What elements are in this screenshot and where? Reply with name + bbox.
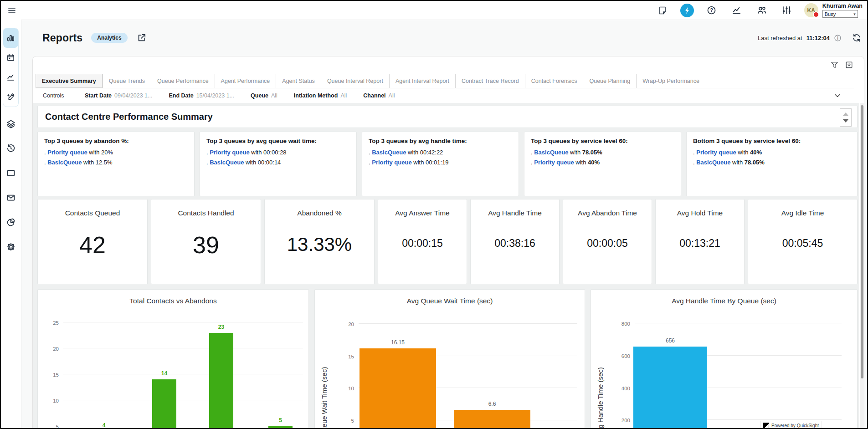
scrollbar-thumb[interactable] [861, 105, 863, 378]
insight-line: . BasicQueue with 00:42:22 [369, 149, 512, 156]
filter-button[interactable] [830, 61, 839, 70]
insight-value: 40% [750, 149, 762, 156]
vertical-scrollbar[interactable] [860, 103, 864, 429]
insight-value: 78.05% [582, 149, 602, 156]
queue-link[interactable]: BasicQueue [47, 159, 82, 166]
user-name: Khurram Awan [822, 3, 863, 9]
hamburger-menu-button[interactable] [7, 5, 17, 15]
chart-total-contacts-vs-abandons: Total Contacts vs Abandons51015202541432… [37, 289, 309, 429]
flash-icon [683, 6, 691, 15]
control-label: Start Date [85, 92, 112, 99]
avatar[interactable]: KA [804, 3, 818, 17]
powered-by-quicksight-badge[interactable]: Powered by QuickSight [760, 421, 822, 429]
control-intiation-method[interactable]: Intiation MethodAll [294, 92, 347, 99]
bar[interactable] [209, 333, 233, 429]
tab-queue-planning[interactable]: Queue Planning [583, 74, 636, 88]
queue-link[interactable]: BasicQueue [696, 159, 730, 166]
bar[interactable] [152, 379, 176, 429]
status-select[interactable]: Busy ▾ [822, 10, 858, 18]
spinner-down-icon[interactable] [843, 119, 848, 123]
tab-executive-summary[interactable]: Executive Summary [36, 74, 103, 88]
control-end-date[interactable]: End Date15/04/2023 1... [169, 92, 234, 99]
insight-heading: Top 3 queues by service level 60: [531, 138, 674, 144]
sidebar-item-history[interactable] [3, 141, 19, 156]
chart-plot: 510152016.156.6Queue Wait Time (sec) [315, 290, 585, 429]
insight-card: Top 3 queues by avg handle time:. BasicQ… [362, 132, 519, 196]
insight-value: 12.5% [96, 159, 113, 166]
tab-queue-performance[interactable]: Queue Performance [151, 74, 215, 88]
sidebar-item-pie-reports[interactable] [3, 214, 19, 230]
info-button[interactable]: i [834, 34, 842, 42]
control-queue[interactable]: QueueAll [251, 92, 277, 99]
bar-value-label: 4 [103, 422, 106, 429]
tab-contract-trace-record[interactable]: Contract Trace Record [455, 74, 525, 88]
insight-conjunction: with [412, 159, 426, 166]
control-label: End Date [169, 92, 193, 99]
gridline [63, 426, 303, 426]
sidebar-item-layers[interactable] [3, 116, 19, 132]
tab-contact-forensics[interactable]: Contact Forensics [525, 74, 583, 88]
controls-collapse-button[interactable] [834, 92, 841, 99]
queue-link[interactable]: BasicQueue [210, 159, 244, 166]
sidebar-item-reports[interactable] [3, 28, 18, 48]
bar[interactable] [268, 426, 293, 429]
bar-value-label: 5 [279, 417, 282, 424]
notes-button[interactable] [657, 5, 668, 15]
queue-link[interactable]: Priority queue [210, 149, 249, 156]
sidebar-item-designer[interactable] [3, 87, 18, 107]
filter-funnel-icon [830, 61, 839, 69]
insight-line: . BasicQueue with 78.05% [693, 159, 851, 166]
tab-queue-interval-report[interactable]: Queue Interval Report [321, 74, 389, 88]
quick-actions-button[interactable] [680, 4, 694, 17]
insight-value: 00:00:14 [258, 159, 281, 166]
tab-agent-status[interactable]: Agent Status [276, 74, 321, 88]
bar[interactable] [454, 410, 530, 429]
refresh-button[interactable] [852, 33, 861, 42]
bar-value-label: 3 [196, 428, 199, 429]
metrics-button[interactable] [732, 5, 742, 15]
sidebar-item-analytics[interactable] [3, 67, 18, 87]
queue-link[interactable]: Priority queue [372, 159, 411, 166]
queue-link[interactable]: Priority queue [534, 159, 574, 166]
tab-agent-interval-report[interactable]: Agent Interval Report [389, 74, 455, 88]
kpi-contacts-queued: Contacts Queued42 [37, 199, 148, 284]
kpi-label: Avg Handle Time [471, 209, 559, 217]
users-button[interactable] [757, 5, 767, 15]
kpi-value: 00:05:45 [748, 237, 857, 249]
tab-wrap-up-performance[interactable]: Wrap-Up Performance [636, 74, 705, 88]
insight-conjunction: with [736, 149, 750, 156]
queue-link[interactable]: BasicQueue [372, 149, 406, 156]
sidebar-item-calendar[interactable] [3, 48, 18, 67]
queue-link[interactable]: Priority queue [47, 149, 87, 156]
settings-sliders-button[interactable] [782, 5, 792, 15]
open-external-button[interactable] [137, 33, 146, 42]
tab-agent-performance[interactable]: Agent Performance [215, 74, 276, 88]
export-button[interactable] [845, 61, 854, 70]
control-start-date[interactable]: Start Date09/04/2023 1... [85, 92, 152, 99]
status-dot [813, 11, 819, 18]
bar[interactable] [360, 348, 436, 429]
kpi-value: 42 [38, 231, 147, 259]
control-channel[interactable]: ChannelAll [363, 92, 395, 99]
kpi-label: Avg Abandon Time [563, 209, 652, 217]
gridline [63, 374, 303, 374]
control-value: All [389, 92, 395, 99]
last-refreshed-time: 11:12:04 [806, 35, 830, 41]
bar[interactable] [633, 347, 707, 429]
insight-card: Top 3 queues by service level 60:. Basic… [524, 132, 681, 196]
queue-link[interactable]: Priority queue [696, 149, 736, 156]
insight-value: 00:01:19 [426, 159, 449, 166]
spinner-up-icon[interactable] [843, 112, 848, 116]
sidebar-item-mail[interactable] [3, 190, 19, 205]
chevron-down-icon: ▾ [853, 12, 856, 16]
tab-queue-trends[interactable]: Queue Trends [103, 74, 151, 88]
queue-link[interactable]: BasicQueue [534, 149, 568, 156]
help-button[interactable]: ? [707, 5, 717, 15]
insight-conjunction: with [244, 159, 257, 166]
sidebar-item-window[interactable] [3, 165, 19, 181]
gridline [63, 400, 303, 400]
sidebar-item-settings[interactable] [3, 239, 19, 255]
insight-value: 40% [588, 159, 600, 166]
bar-value-label: 14 [161, 370, 167, 377]
kpi-label: Avg Answer Time [378, 209, 467, 217]
